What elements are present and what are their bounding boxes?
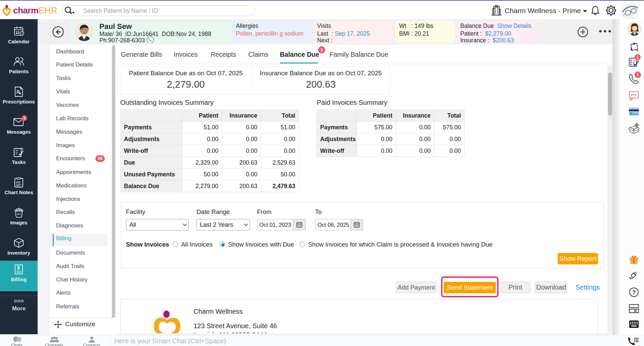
svg-text:$: $: [17, 265, 20, 270]
svg-text:?: ?: [632, 289, 636, 296]
svg-text:CC: CC: [16, 180, 21, 184]
svg-text:12: 12: [15, 31, 19, 35]
